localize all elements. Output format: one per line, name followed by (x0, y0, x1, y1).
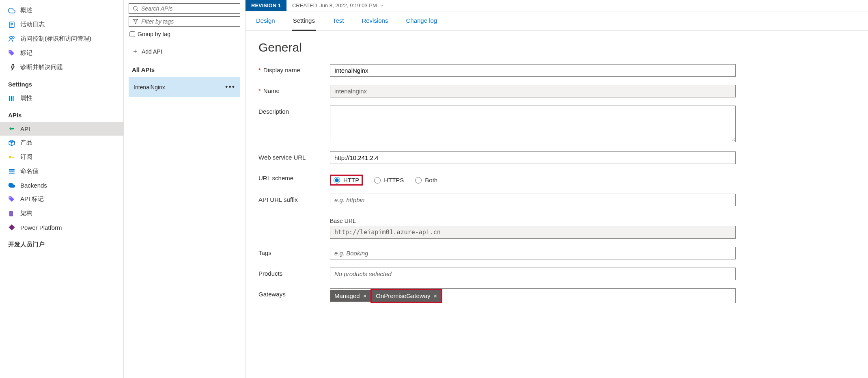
add-api-button[interactable]: ＋ Add API (129, 43, 240, 60)
description-label: Description (258, 108, 289, 115)
nav-label: 命名值 (20, 167, 39, 175)
display-name-label: Display name (263, 67, 300, 73)
svg-point-5 (13, 37, 15, 39)
gateway-chip-onpremise[interactable]: OnPremiseGateway × (370, 289, 442, 303)
suffix-input[interactable] (330, 194, 736, 206)
filter-icon (132, 18, 139, 25)
nav-overview[interactable]: 概述 (0, 3, 123, 17)
display-name-input[interactable] (330, 64, 736, 77)
people-icon (8, 35, 15, 43)
nav-label: Backends (20, 182, 47, 189)
log-icon (8, 21, 15, 28)
nav-products[interactable]: 产品 (0, 136, 123, 150)
svg-rect-14 (9, 171, 15, 172)
base-url-label: Base URL (330, 218, 736, 224)
nav-named-values[interactable]: 命名值 (0, 164, 123, 178)
radio-both[interactable]: Both (415, 177, 437, 184)
required-marker: * (258, 67, 261, 73)
diagnose-icon (8, 64, 15, 71)
group-by-label: Group by tag (138, 31, 170, 37)
key-icon (8, 153, 15, 161)
svg-rect-7 (9, 96, 10, 101)
add-api-label: Add API (142, 48, 162, 55)
section-dev-portal: 开发人员门户 (0, 234, 123, 252)
tags-input[interactable] (330, 247, 736, 259)
nav-label: 订阅 (20, 153, 32, 161)
revision-created[interactable]: CREATED Jun 8, 2022, 9:19:03 PM (286, 0, 390, 11)
group-by-tag-checkbox[interactable]: Group by tag (129, 29, 240, 39)
svg-rect-8 (11, 96, 12, 101)
api-icon (8, 125, 15, 132)
products-label: Products (258, 270, 282, 277)
created-value: Jun 8, 2022, 9:19:03 PM (319, 2, 377, 9)
nav-power-platform[interactable]: Power Platform (0, 220, 123, 234)
name-label: Name (263, 87, 280, 94)
radio-https-input[interactable] (374, 177, 381, 184)
web-url-label: Web service URL (258, 154, 306, 161)
svg-point-4 (10, 36, 12, 39)
group-by-checkbox-input[interactable] (129, 31, 135, 37)
description-textarea[interactable] (330, 106, 736, 142)
left-nav: 概述 活动日志 访问控制(标识和访问管理) 标记 诊断并解决问题 Setting… (0, 0, 124, 378)
search-apis-input[interactable] (141, 5, 237, 12)
product-icon (8, 139, 15, 147)
tag-icon (8, 196, 15, 203)
nav-diagnose[interactable]: 诊断并解决问题 (0, 60, 123, 74)
nav-label: 访问控制(标识和访问管理) (20, 35, 91, 43)
nav-label: API (20, 125, 30, 132)
filter-tags-box[interactable] (129, 16, 240, 27)
search-icon (132, 5, 139, 12)
tags-label: Tags (258, 249, 271, 256)
api-name: IntenalNginx (134, 84, 165, 91)
base-url-value: http://leiapim01.azure-api.cn (330, 226, 736, 239)
gateway-chip-managed[interactable]: Managed × (330, 290, 370, 302)
schema-icon (8, 210, 15, 217)
tab-design[interactable]: Design (255, 11, 276, 30)
plus-icon: ＋ (132, 47, 138, 56)
all-apis-header[interactable]: All APIs (129, 60, 240, 77)
products-input[interactable] (330, 268, 736, 280)
nav-schema[interactable]: 架构 (0, 206, 123, 220)
svg-rect-15 (9, 173, 15, 174)
api-list-item-selected[interactable]: IntenalNginx ••• (129, 77, 240, 97)
revision-bar: REVISION 1 CREATED Jun 8, 2022, 9:19:03 … (246, 0, 868, 11)
tab-revisions[interactable]: Revisions (361, 11, 389, 30)
nav-properties[interactable]: 属性 (0, 91, 123, 105)
nav-api-tags[interactable]: API 标记 (0, 192, 123, 206)
close-icon[interactable]: × (363, 292, 367, 299)
radio-https[interactable]: HTTPS (374, 177, 404, 184)
svg-point-16 (9, 197, 10, 198)
api-list-panel: Group by tag ＋ Add API All APIs IntenalN… (124, 0, 246, 378)
svg-point-6 (9, 51, 10, 52)
more-icon[interactable]: ••• (225, 83, 235, 91)
tab-settings[interactable]: Settings (292, 11, 316, 31)
svg-rect-12 (14, 157, 15, 158)
radio-http[interactable]: HTTP (334, 177, 359, 184)
svg-line-19 (137, 10, 138, 11)
gateway-input-rest[interactable] (442, 294, 735, 298)
tab-test[interactable]: Test (332, 11, 345, 30)
close-icon[interactable]: × (434, 292, 437, 299)
radio-http-input[interactable] (334, 177, 340, 184)
nav-subscriptions[interactable]: 订阅 (0, 150, 123, 164)
web-url-input[interactable] (330, 151, 736, 164)
suffix-label: API URL suffix (258, 196, 298, 203)
nav-activity-log[interactable]: 活动日志 (0, 17, 123, 32)
nav-api[interactable]: API (0, 122, 123, 136)
tag-icon (8, 50, 15, 57)
gateways-input[interactable]: Managed × OnPremiseGateway × (330, 288, 736, 303)
nav-label: API 标记 (20, 195, 44, 203)
nav-label: 架构 (20, 210, 32, 217)
svg-point-18 (134, 6, 137, 10)
filter-tags-input[interactable] (141, 18, 237, 25)
nav-backends[interactable]: Backends (0, 178, 123, 192)
section-apis: APIs (0, 105, 123, 122)
tab-changelog[interactable]: Change log (405, 11, 438, 30)
svg-point-10 (9, 156, 11, 158)
radio-both-input[interactable] (415, 177, 422, 184)
nav-access-control[interactable]: 访问控制(标识和访问管理) (0, 32, 123, 46)
power-icon (8, 224, 15, 231)
search-apis-box[interactable] (129, 3, 240, 14)
form-title: General (258, 41, 855, 54)
nav-tags[interactable]: 标记 (0, 46, 123, 60)
